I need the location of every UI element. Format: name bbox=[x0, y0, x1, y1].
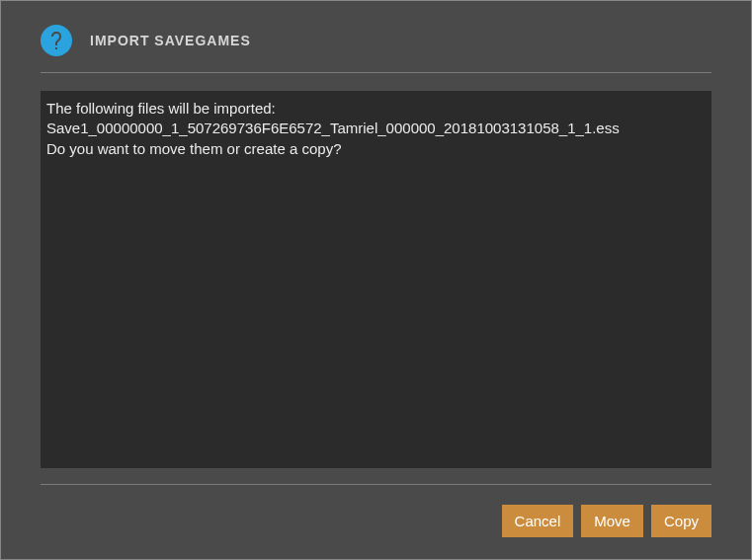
file-entry: Save1_00000000_1_507269736F6E6572_Tamrie… bbox=[46, 119, 706, 138]
intro-text: The following files will be imported: bbox=[46, 99, 706, 119]
move-button[interactable]: Move bbox=[581, 505, 643, 537]
header-divider bbox=[41, 72, 711, 73]
dialog-header: IMPORT SAVEGAMES bbox=[41, 19, 711, 72]
import-savegames-dialog: IMPORT SAVEGAMES The following files wil… bbox=[0, 0, 752, 560]
footer-divider bbox=[41, 484, 711, 485]
content-text: The following files will be imported: Sa… bbox=[46, 99, 706, 159]
dialog-title: IMPORT SAVEGAMES bbox=[90, 33, 251, 48]
copy-button[interactable]: Copy bbox=[651, 505, 711, 537]
content-area: The following files will be imported: Sa… bbox=[41, 91, 711, 468]
prompt-text: Do you want to move them or create a cop… bbox=[46, 139, 706, 159]
cancel-button[interactable]: Cancel bbox=[502, 505, 574, 537]
question-mark-icon bbox=[41, 25, 72, 56]
button-row: Cancel Move Copy bbox=[41, 505, 711, 541]
